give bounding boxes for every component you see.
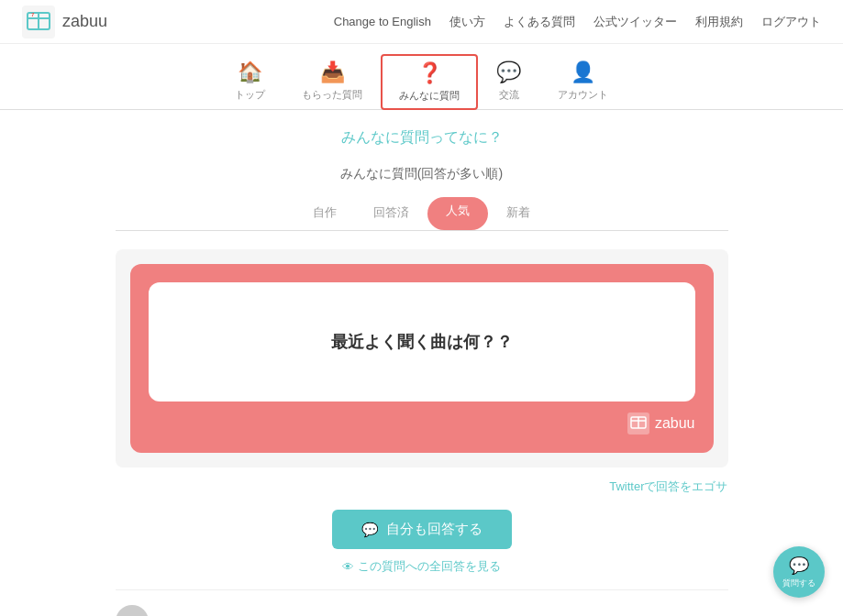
sub-tab-own[interactable]: 自作 (294, 197, 355, 230)
tab-bar: 🏠 トップ 📥 もらった質問 ❓ みんなに質問 💬 交流 👤 アカウント (0, 44, 843, 110)
account-icon: 👤 (571, 60, 595, 84)
sub-tab-popular[interactable]: 人気 (427, 197, 488, 230)
card-container: 最近よく聞く曲は何？？ zabuu (116, 249, 728, 468)
nav-faq[interactable]: よくある質問 (504, 14, 575, 30)
next-item-row (116, 598, 728, 616)
tab-received-label: もらった質問 (302, 88, 362, 102)
logo[interactable]: 7 zabuu (22, 6, 107, 38)
header-nav: Change to English 使い方 よくある質問 公式ツイッター 利用規… (334, 14, 821, 30)
question-card: 最近よく聞く曲は何？？ zabuu (130, 264, 714, 453)
sub-tab-new[interactable]: 新着 (488, 197, 549, 230)
brand-text: zabuu (655, 415, 695, 432)
tab-exchange[interactable]: 💬 交流 (478, 53, 539, 109)
tab-everyone-label: みんなに質問 (399, 89, 460, 103)
twitter-link[interactable]: Twitterで回答をエゴサ (116, 478, 728, 495)
sub-tabs: 自作 回答済 人気 新着 (116, 197, 728, 231)
header: 7 zabuu Change to English 使い方 よくある質問 公式ツ… (0, 0, 843, 44)
brand-logo-icon (627, 412, 649, 434)
all-answers-link[interactable]: 👁 この質問への全回答を見る (116, 558, 728, 575)
tab-received[interactable]: 📥 もらった質問 (283, 53, 381, 109)
eye-icon: 👁 (342, 560, 354, 574)
nav-change-en[interactable]: Change to English (334, 15, 431, 28)
main-content: みんなに質問ってなに？ みんなに質問(回答が多い順) 自作 回答済 人気 新着 … (101, 110, 743, 616)
question-icon: ❓ (417, 61, 442, 85)
tab-top-label: トップ (235, 88, 265, 102)
page-title: みんなに質問ってなに？ (116, 128, 728, 148)
sub-tab-answered[interactable]: 回答済 (355, 197, 427, 230)
home-icon: 🏠 (238, 60, 262, 84)
subtitle: みんなに質問(回答が多い順) (116, 166, 728, 182)
answer-btn-row: 💬 自分も回答する (116, 510, 728, 549)
tab-top[interactable]: 🏠 トップ (216, 53, 283, 109)
fab-label: 質問する (782, 578, 815, 589)
tab-exchange-label: 交流 (499, 88, 519, 102)
question-inner: 最近よく聞く曲は何？？ (149, 282, 695, 402)
card-footer: zabuu (149, 412, 695, 434)
avatar (116, 605, 149, 616)
fab-question-button[interactable]: 💬 質問する (773, 546, 825, 598)
logo-icon: 7 (22, 6, 55, 38)
logo-text: zabuu (62, 12, 107, 31)
nav-logout[interactable]: ログアウト (761, 14, 821, 30)
nav-twitter[interactable]: 公式ツイッター (593, 14, 677, 30)
speech-bubble-icon: 💬 (361, 522, 379, 538)
nav-terms[interactable]: 利用規約 (695, 14, 743, 30)
answer-btn-label: 自分も回答する (386, 521, 483, 538)
tab-account[interactable]: 👤 アカウント (539, 53, 627, 109)
answer-button[interactable]: 💬 自分も回答する (332, 510, 512, 549)
tab-everyone[interactable]: ❓ みんなに質問 (381, 54, 478, 110)
all-answers-text: この質問への全回答を見る (358, 558, 501, 575)
fab-icon: 💬 (789, 556, 809, 576)
question-text: 最近よく聞く曲は何？？ (331, 331, 513, 353)
inbox-icon: 📥 (320, 60, 345, 84)
tab-account-label: アカウント (558, 88, 608, 102)
nav-how-to[interactable]: 使い方 (449, 14, 485, 30)
chat-icon: 💬 (496, 60, 521, 84)
divider (116, 589, 728, 590)
